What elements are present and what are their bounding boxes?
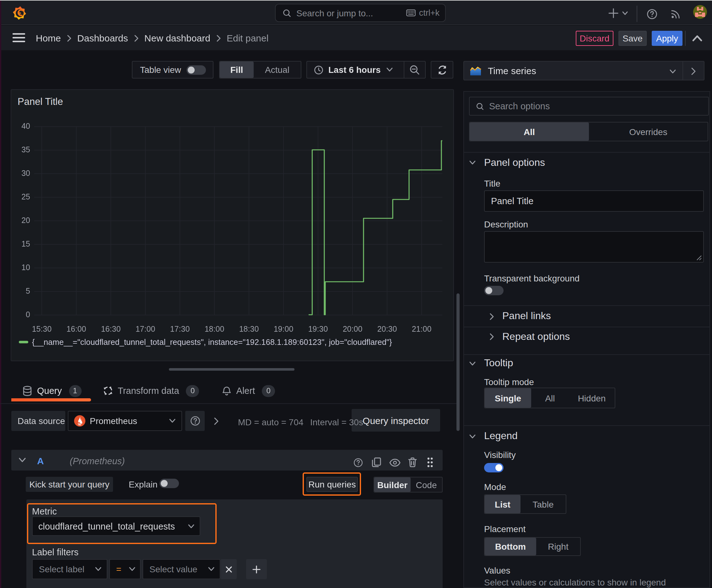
svg-text:20:00: 20:00	[343, 324, 363, 333]
svg-text:19:00: 19:00	[274, 324, 294, 333]
svg-text:20:30: 20:30	[377, 324, 397, 333]
svg-text:{__name__="cloudflared_tunnel_: {__name__="cloudflared_tunnel_total_requ…	[32, 338, 392, 346]
svg-text:10: 10	[21, 263, 30, 272]
svg-text:16:00: 16:00	[67, 324, 86, 333]
svg-text:15:30: 15:30	[32, 324, 52, 333]
svg-text:18:30: 18:30	[239, 324, 259, 333]
svg-text:35: 35	[21, 145, 30, 154]
svg-text:21:00: 21:00	[412, 324, 432, 333]
svg-text:16:30: 16:30	[101, 324, 121, 333]
svg-text:5: 5	[26, 287, 30, 295]
svg-text:18:00: 18:00	[205, 324, 224, 333]
svg-text:20: 20	[21, 216, 30, 225]
svg-text:17:00: 17:00	[136, 324, 155, 333]
svg-text:40: 40	[21, 122, 30, 130]
svg-text:19:30: 19:30	[308, 324, 328, 333]
svg-text:0: 0	[26, 310, 30, 319]
svg-text:30: 30	[21, 169, 30, 177]
svg-text:15: 15	[21, 239, 30, 248]
svg-text:17:30: 17:30	[170, 324, 190, 333]
svg-text:25: 25	[21, 192, 30, 201]
